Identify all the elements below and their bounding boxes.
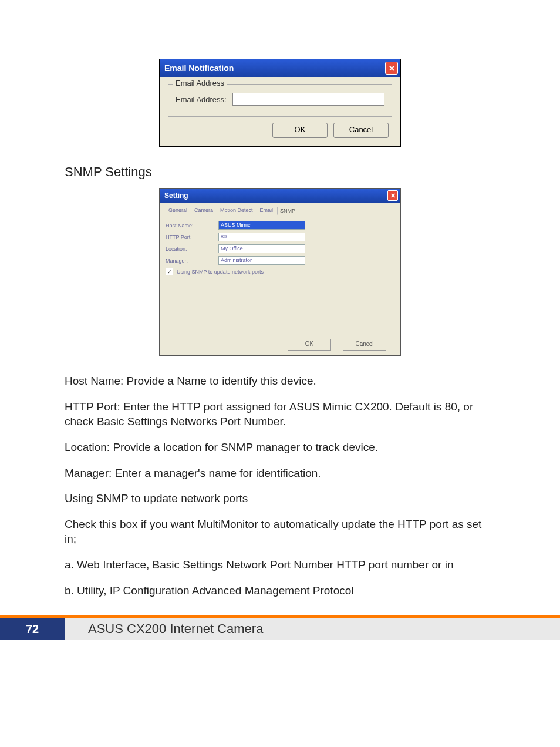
tab-general[interactable]: General [166,206,190,214]
ok-button[interactable]: OK [288,339,331,351]
manager-input[interactable]: Administrator [218,256,305,265]
option-a-text: a. Web Interface, Basic Settings Network… [65,557,495,573]
group-legend: Email Address [173,79,227,88]
email-input[interactable] [232,93,384,106]
close-icon: ✕ [390,193,396,199]
host-name-description: Host Name: Provide a Name to identify th… [65,374,495,389]
location-input[interactable]: My Office [218,244,305,253]
check-icon: ✓ [167,269,172,275]
http-port-input[interactable]: 80 [218,233,305,241]
setting-dialog-title: Setting [164,191,188,200]
host-name-input[interactable]: ASUS Mimic [218,221,305,230]
setting-dialog: Setting ✕ General Camera Motion Detect E… [159,188,401,356]
manager-description: Manager: Enter a manager's name for iden… [65,466,495,481]
tab-motion-detect[interactable]: Motion Detect [217,206,256,214]
close-button[interactable]: ✕ [385,62,398,75]
tab-camera[interactable]: Camera [191,206,216,214]
page-number: 72 [0,618,65,640]
close-icon: ✕ [389,65,395,72]
footer-title: ASUS CX200 Internet Camera [88,618,263,640]
option-b-text: b. Utility, IP Configuration Advanced Ma… [65,583,495,598]
page-footer: 72 ASUS CX200 Internet Camera [0,615,560,640]
manager-label: Manager: [166,258,218,264]
close-button[interactable]: ✕ [387,190,398,201]
email-dialog-title: Email Notification [164,63,234,73]
email-dialog-titlebar: Email Notification ✕ [160,59,400,77]
email-address-group: Email Address Email Address: [168,84,392,117]
tab-snmp[interactable]: SNMP [277,207,298,215]
snmp-update-heading: Using SNMP to update network ports [65,491,495,506]
cancel-button[interactable]: Cancel [343,339,386,351]
snmp-update-description: Check this box if you want MultiMonitor … [65,517,495,547]
location-label: Location: [166,246,218,252]
email-notification-dialog: Email Notification ✕ Email Address Email… [159,59,401,147]
host-name-label: Host Name: [166,223,218,228]
tab-email[interactable]: Email [257,206,276,214]
setting-titlebar: Setting ✕ [160,189,400,203]
email-field-label: Email Address: [176,95,227,104]
snmp-settings-heading: SNMP Settings [65,164,495,180]
snmp-update-label: Using SNMP to update network ports [177,269,264,275]
http-port-label: HTTP Port: [166,234,218,240]
ok-button[interactable]: OK [272,123,328,138]
tab-strip: General Camera Motion Detect Email SNMP [166,206,394,216]
cancel-button[interactable]: Cancel [333,123,389,138]
snmp-update-checkbox[interactable]: ✓ [166,268,173,275]
location-description: Location: Provide a location for SNMP ma… [65,440,495,455]
http-port-description: HTTP Port: Enter the HTTP port assigned … [65,399,495,429]
